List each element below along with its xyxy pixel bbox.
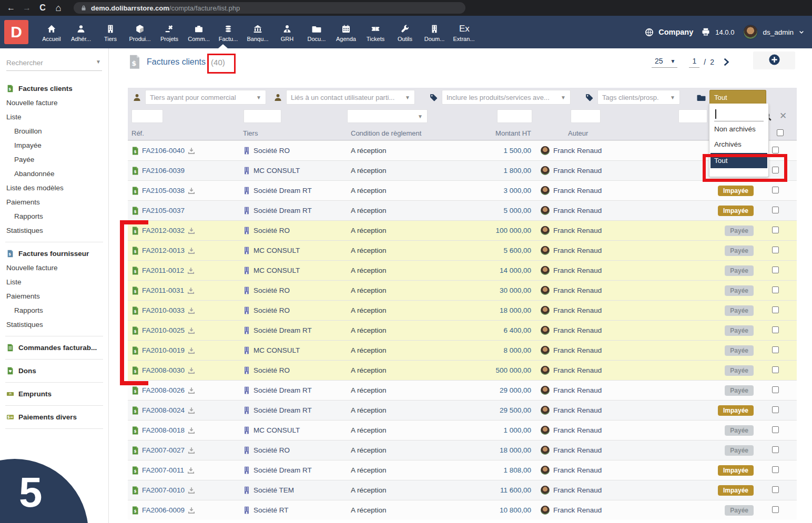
menu-item-banqu[interactable]: Banqu... bbox=[243, 22, 272, 42]
download-icon[interactable] bbox=[187, 386, 196, 395]
row-checkbox[interactable] bbox=[772, 426, 779, 433]
invoice-ref-link[interactable]: FA2011-0031 bbox=[142, 286, 184, 294]
sidebar-item-impaye[interactable]: Impayée bbox=[0, 138, 108, 152]
row-checkbox[interactable] bbox=[772, 466, 779, 473]
menu-item-tickets[interactable]: Tickets bbox=[361, 22, 390, 42]
column-header-amount[interactable]: Montant HT bbox=[475, 129, 531, 137]
invoice-ref-link[interactable]: FA2106-0040 bbox=[142, 147, 185, 155]
download-icon[interactable] bbox=[187, 406, 196, 415]
sidebar-item-statistiques[interactable]: Statistiques bbox=[0, 223, 108, 238]
download-icon[interactable] bbox=[187, 247, 196, 255]
sidebar-item-paiements[interactable]: Paiements bbox=[0, 289, 108, 303]
invoice-ref-link[interactable]: FA2105-0037 bbox=[142, 207, 185, 214]
thirdparty-link[interactable]: Société RO bbox=[253, 227, 290, 234]
row-checkbox[interactable] bbox=[772, 187, 779, 193]
thirdparty-link[interactable]: Société RT bbox=[253, 506, 289, 514]
invoice-ref-link[interactable]: FA2106-0039 bbox=[142, 167, 185, 175]
sidebar-item-rapports[interactable]: Rapports bbox=[0, 209, 108, 223]
page-size-select[interactable]: 25▼ bbox=[652, 56, 677, 68]
next-page-icon[interactable] bbox=[722, 57, 731, 67]
thirdparty-link[interactable]: Société Dream RT bbox=[253, 326, 312, 334]
address-bar[interactable]: demo.dolibarrstore.com/compta/facture/li… bbox=[74, 2, 465, 14]
browser-forward-icon[interactable]: → bbox=[19, 3, 35, 13]
new-invoice-button[interactable] bbox=[753, 52, 795, 69]
invoice-ref-link[interactable]: FA2007-0010 bbox=[142, 486, 185, 494]
row-checkbox[interactable] bbox=[772, 326, 779, 333]
invoice-ref-link[interactable]: FA2007-0027 bbox=[142, 446, 185, 454]
download-icon[interactable] bbox=[187, 266, 195, 275]
sidebar-item-liste[interactable]: Liste bbox=[0, 110, 108, 124]
invoice-ref-link[interactable]: FA2007-0011 bbox=[142, 466, 184, 474]
browser-back-icon[interactable]: ← bbox=[3, 3, 19, 13]
menu-item-produi[interactable]: Produi... bbox=[125, 22, 155, 42]
sidebar-item-statistiques[interactable]: Statistiques bbox=[0, 317, 108, 332]
company-label[interactable]: Company bbox=[658, 28, 693, 36]
invoice-ref-link[interactable]: FA2008-0030 bbox=[142, 366, 185, 374]
menu-item-outils[interactable]: Outils bbox=[390, 22, 420, 42]
dropdown-search[interactable] bbox=[714, 108, 764, 121]
menu-item-factu[interactable]: Factu... bbox=[214, 22, 243, 42]
sidebar-item-commandesfacturab[interactable]: Commandes facturab... bbox=[0, 341, 108, 355]
thirdparty-link[interactable]: Société Dream RT bbox=[253, 466, 312, 474]
thirdparty-link[interactable]: Société RO bbox=[253, 147, 290, 155]
menu-item-tiers[interactable]: Tiers bbox=[96, 22, 125, 42]
download-icon[interactable] bbox=[187, 486, 196, 495]
sidebar-search-input[interactable] bbox=[6, 59, 90, 67]
thirdparty-link[interactable]: Société RO bbox=[253, 366, 290, 374]
row-checkbox[interactable] bbox=[772, 286, 779, 293]
row-checkbox[interactable] bbox=[772, 446, 779, 453]
filter-tags-select[interactable]: Tags clients/prosp.▼ bbox=[597, 90, 680, 105]
sidebar-item-paiements[interactable]: Paiements bbox=[0, 195, 108, 209]
column-header-tiers[interactable]: Tiers bbox=[239, 129, 347, 137]
thirdparty-link[interactable]: MC CONSULT bbox=[253, 266, 300, 274]
sidebar-item-facturesclients[interactable]: $Factures clients bbox=[0, 81, 108, 96]
filter-ref-input[interactable] bbox=[131, 109, 163, 123]
download-icon[interactable] bbox=[187, 426, 196, 435]
thirdparty-link[interactable]: Société Dream RT bbox=[253, 386, 312, 394]
row-checkbox[interactable] bbox=[772, 406, 779, 413]
invoice-ref-link[interactable]: FA2008-0018 bbox=[142, 426, 185, 434]
download-icon[interactable] bbox=[187, 227, 196, 235]
printer-icon[interactable] bbox=[701, 27, 710, 37]
menu-item-projets[interactable]: Projets bbox=[155, 22, 184, 42]
dropdown-option-nonarchivs[interactable]: Non archivés bbox=[709, 121, 768, 137]
browser-home-icon[interactable]: ⌂ bbox=[50, 3, 66, 14]
row-checkbox[interactable] bbox=[772, 346, 779, 353]
column-header-ref[interactable]: Réf. bbox=[128, 129, 239, 137]
sidebar-item-emprunts[interactable]: $Emprunts bbox=[0, 387, 108, 401]
filter-author-input[interactable] bbox=[571, 109, 601, 123]
row-checkbox[interactable] bbox=[772, 247, 779, 253]
sidebar-item-brouillon[interactable]: Brouillon bbox=[0, 124, 108, 138]
thirdparty-link[interactable]: Société RO bbox=[253, 286, 290, 294]
download-icon[interactable] bbox=[187, 446, 196, 455]
row-checkbox[interactable] bbox=[772, 486, 779, 493]
menu-item-adhr[interactable]: Adhér... bbox=[66, 22, 96, 42]
filter-sales-rep-select[interactable]: Tiers ayant pour commercial▼ bbox=[145, 90, 266, 105]
dolibarr-logo[interactable]: D bbox=[4, 20, 28, 44]
invoice-ref-link[interactable]: FA2010-0025 bbox=[142, 326, 185, 334]
thirdparty-link[interactable]: Société RO bbox=[253, 306, 290, 314]
filter-condition-select[interactable]: ▼ bbox=[347, 109, 428, 123]
menu-item-grh[interactable]: GRH bbox=[272, 22, 302, 42]
thirdparty-link[interactable]: MC CONSULT bbox=[253, 426, 300, 434]
sidebar-item-liste[interactable]: Liste bbox=[0, 275, 108, 289]
thirdparty-link[interactable]: MC CONSULT bbox=[253, 247, 300, 254]
sidebar-search[interactable]: ▼ bbox=[6, 58, 102, 71]
chevron-down-icon[interactable] bbox=[798, 29, 805, 35]
filter-products-select[interactable]: Inclure les produits/services ave...▼ bbox=[442, 90, 571, 105]
menu-item-doum[interactable]: Doum... bbox=[420, 22, 449, 42]
invoice-ref-link[interactable]: FA2006-0009 bbox=[142, 506, 185, 514]
download-icon[interactable] bbox=[187, 306, 196, 315]
filter-status-input[interactable] bbox=[678, 109, 707, 123]
thirdparty-link[interactable]: Société Dream RT bbox=[253, 406, 312, 414]
row-checkbox[interactable] bbox=[772, 147, 779, 153]
download-icon[interactable] bbox=[187, 187, 196, 195]
download-icon[interactable] bbox=[187, 326, 196, 335]
download-icon[interactable] bbox=[187, 506, 196, 515]
menu-item-agenda[interactable]: Agenda bbox=[331, 22, 361, 42]
clear-filters-icon[interactable]: ✕ bbox=[778, 111, 788, 121]
row-checkbox[interactable] bbox=[772, 506, 779, 513]
invoice-ref-link[interactable]: FA2011-0012 bbox=[142, 266, 184, 274]
browser-reload-icon[interactable]: C bbox=[35, 3, 50, 13]
chevron-down-icon[interactable]: ▼ bbox=[96, 59, 101, 65]
